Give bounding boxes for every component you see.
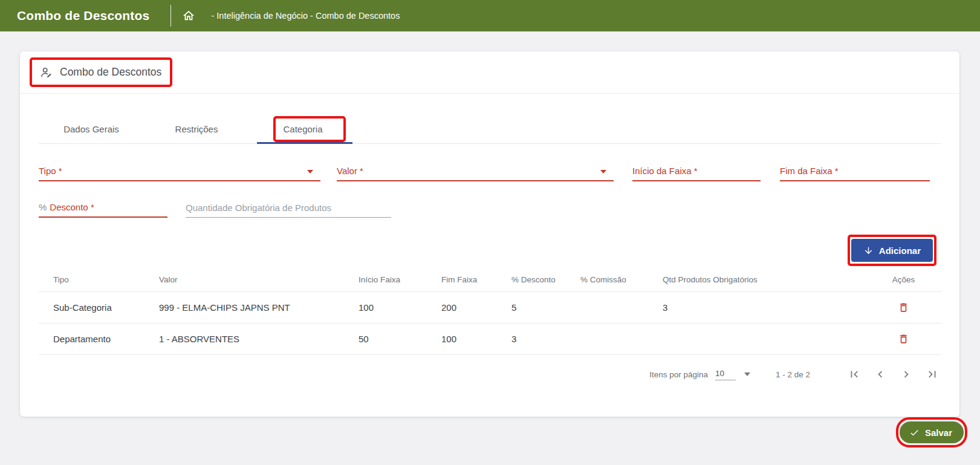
col-valor: Valor (144, 272, 344, 292)
save-row: Salvar (900, 421, 964, 443)
fim-faixa-label: Fim da Faixa * (780, 166, 839, 176)
paginator: Itens por página 10 1 - 2 de 2 (20, 362, 941, 386)
col-qtd-obrigatorios: Qtd Produtos Obrigatórios (648, 272, 866, 292)
col-comissao: % Comissão (566, 272, 648, 292)
person-edit-icon (40, 66, 53, 79)
cell-fim: 200 (427, 292, 497, 324)
cell-valor: 1 - ABSORVENTES (144, 324, 344, 355)
salvar-button[interactable]: Salvar (900, 421, 964, 443)
last-page-button[interactable] (923, 365, 941, 383)
chevron-right-icon (900, 368, 913, 381)
breadcrumb: - Inteligência de Negócio - Combo de Des… (211, 11, 400, 21)
items-per-page-select[interactable]: 10 (715, 369, 750, 380)
cell-fim: 100 (427, 324, 497, 355)
first-page-icon (848, 368, 861, 381)
card-heading: Combo de Descontos (40, 66, 161, 79)
chevron-left-icon (874, 368, 887, 381)
quantidade-input[interactable] (186, 200, 391, 216)
trash-icon (898, 333, 909, 345)
cell-desconto: 5 (497, 292, 566, 324)
header-divider (170, 5, 171, 27)
tipo-label: Tipo * (39, 166, 62, 176)
cell-inicio: 100 (344, 292, 427, 324)
dropdown-arrow-icon (600, 170, 606, 174)
valor-select[interactable]: Valor * (337, 163, 614, 181)
next-page-button[interactable] (897, 365, 915, 383)
dropdown-arrow-icon (307, 170, 313, 174)
cell-desconto: 3 (497, 324, 566, 355)
cell-tipo: Sub-Categoria (39, 292, 144, 324)
col-tipo: Tipo (39, 272, 144, 292)
fim-faixa-field[interactable]: Fim da Faixa * (780, 163, 930, 181)
salvar-label: Salvar (925, 428, 952, 438)
desconto-field[interactable]: %Desconto * (39, 200, 167, 218)
inicio-faixa-label: Início da Faixa * (632, 166, 698, 176)
card-heading-label: Combo de Descontos (60, 66, 161, 79)
form-row-2: %Desconto * (39, 200, 959, 218)
add-row: Adicionar (20, 239, 933, 262)
percent-prefix: % (39, 202, 47, 212)
page-title: Combo de Descontos (17, 8, 149, 23)
col-inicio-faixa: Início Faixa (344, 272, 427, 292)
table-row: Departamento 1 - ABSORVENTES 50 100 3 (39, 324, 941, 355)
tab-categoria-label: Categoria (283, 124, 322, 134)
table-header-row: Tipo Valor Início Faixa Fim Faixa % Desc… (39, 272, 941, 292)
items-per-page-value: 10 (715, 369, 736, 380)
tipo-select[interactable]: Tipo * (39, 163, 320, 181)
quantidade-field[interactable] (186, 200, 391, 218)
dropdown-arrow-icon (744, 372, 750, 376)
card-header: Combo de Descontos (20, 51, 959, 94)
desconto-label: Desconto * (50, 202, 94, 212)
form-row-1: Tipo * Valor * Início da Faixa * Fim da … (39, 163, 959, 181)
cell-tipo: Departamento (39, 324, 144, 355)
cell-qtd: 3 (648, 292, 866, 324)
cell-valor: 999 - ELMA-CHIPS JAPNS PNT (144, 292, 344, 324)
active-tab-indicator (257, 142, 352, 144)
valor-label: Valor * (337, 166, 363, 176)
trash-icon (898, 302, 909, 313)
adicionar-button[interactable]: Adicionar (851, 239, 933, 262)
inicio-faixa-field[interactable]: Início da Faixa * (632, 163, 761, 181)
cell-comissao (566, 292, 648, 324)
delete-row-button[interactable] (895, 300, 912, 315)
first-page-button[interactable] (845, 365, 863, 383)
content-card: Combo de Descontos Dados Gerais Restriçõ… (20, 51, 959, 417)
tab-bar: Dados Gerais Restrições Categoria (39, 115, 941, 144)
cell-qtd (648, 324, 866, 355)
table-row: Sub-Categoria 999 - ELMA-CHIPS JAPNS PNT… (39, 292, 941, 324)
cell-comissao (566, 324, 648, 355)
delete-row-button[interactable] (895, 331, 912, 346)
cell-inicio: 50 (344, 324, 427, 355)
previous-page-button[interactable] (871, 365, 889, 383)
tab-dados-gerais[interactable]: Dados Gerais (39, 115, 144, 143)
page-range: 1 - 2 de 2 (776, 370, 810, 379)
adicionar-label: Adicionar (879, 246, 921, 256)
last-page-icon (926, 368, 939, 381)
check-icon (909, 428, 920, 438)
items-per-page-label: Itens por página (649, 370, 708, 379)
tab-restricoes[interactable]: Restrições (144, 115, 249, 143)
tab-categoria[interactable]: Categoria (249, 115, 357, 143)
col-desconto: % Desconto (497, 272, 566, 292)
page: Combo de Descontos - Inteligência de Neg… (0, 0, 980, 465)
app-header: Combo de Descontos - Inteligência de Neg… (0, 0, 980, 31)
categorias-table: Tipo Valor Início Faixa Fim Faixa % Desc… (39, 272, 941, 355)
home-icon[interactable] (182, 9, 195, 22)
arrow-down-icon (863, 246, 874, 256)
col-fim-faixa: Fim Faixa (427, 272, 497, 292)
col-acoes: Ações (866, 272, 941, 292)
